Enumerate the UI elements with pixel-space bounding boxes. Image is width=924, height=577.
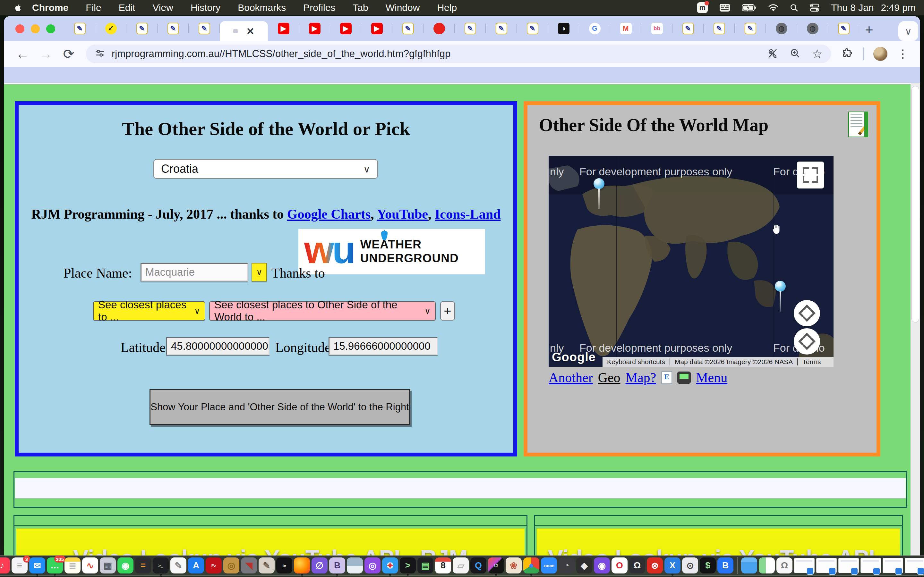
- place-name-dropdown-button[interactable]: ∨: [252, 263, 267, 282]
- google-map[interactable]: nly For development purposes only For de…: [549, 156, 834, 367]
- menu-chrome[interactable]: Chrome: [23, 2, 77, 13]
- address-bar[interactable]: rjmprogramming.com.au//HTMLCSS/other_sid…: [86, 45, 831, 63]
- map-fullscreen-button[interactable]: [797, 161, 824, 189]
- dock-terminal-3-icon[interactable]: ▤: [417, 558, 433, 574]
- reload-button[interactable]: ⟳: [58, 46, 79, 62]
- dock-opera-icon[interactable]: O: [612, 558, 628, 574]
- chrome-menu-icon[interactable]: ⋮: [897, 47, 912, 61]
- tab-rjm[interactable]: ✎: [735, 16, 766, 41]
- url-text[interactable]: rjmprogramming.com.au//HTMLCSS/other_sid…: [111, 48, 767, 60]
- dock-reminders-icon[interactable]: ≡3: [11, 558, 27, 574]
- tab-rjm[interactable]: ✎: [517, 16, 548, 41]
- map-pan-control-upper[interactable]: [794, 300, 820, 326]
- close-window-button[interactable]: [15, 24, 24, 33]
- dock-quicktime-icon[interactable]: Q: [470, 558, 486, 574]
- minimized-window-thumbnail[interactable]: [838, 558, 859, 573]
- minimize-window-button[interactable]: [31, 24, 40, 33]
- tab-check[interactable]: ✓: [95, 16, 126, 41]
- dock-paint-icon[interactable]: ❀: [506, 558, 522, 574]
- close-tab-icon[interactable]: ✕: [246, 26, 254, 37]
- menu-help[interactable]: Help: [428, 2, 465, 13]
- dock-textedit-icon[interactable]: ✎: [170, 558, 186, 574]
- menu-link[interactable]: Menu: [696, 370, 727, 385]
- dock-terminal-icon[interactable]: >_: [153, 558, 169, 574]
- scrollbar-thumb[interactable]: [911, 86, 919, 322]
- dock-facetime-icon[interactable]: ◉: [118, 558, 134, 574]
- menubar-clock[interactable]: 2:49 pm: [881, 2, 916, 13]
- control-center-icon[interactable]: [810, 3, 819, 12]
- zoom-window-button[interactable]: [46, 24, 55, 33]
- dock-folder-downloads-icon[interactable]: [741, 558, 757, 574]
- tab-chrome[interactable]: ◍: [797, 16, 828, 41]
- menubar-app-icon[interactable]: m: [697, 2, 708, 13]
- dock-inkscape-icon[interactable]: ◆: [576, 558, 592, 574]
- dock-gold-app-icon[interactable]: ◎: [223, 558, 239, 574]
- tab-search-chevron[interactable]: ∨: [898, 21, 918, 41]
- terms-link[interactable]: Terms: [798, 358, 825, 366]
- tab-record[interactable]: [423, 16, 455, 41]
- map-marker-place[interactable]: [594, 178, 604, 189]
- country-select[interactable]: Croatia ∨: [153, 159, 378, 179]
- profile-avatar[interactable]: [873, 47, 887, 61]
- minimized-window-thumbnail[interactable]: [816, 558, 837, 573]
- tab-rjm[interactable]: ✎: [486, 16, 517, 41]
- add-button[interactable]: +: [440, 301, 455, 321]
- active-tab[interactable]: ✕: [220, 21, 268, 41]
- show-place-button[interactable]: Show Your Place and 'Other Side of the W…: [150, 389, 410, 425]
- tab-rjm[interactable]: ✎: [189, 16, 220, 41]
- dock-bbedit-icon[interactable]: B: [329, 558, 345, 574]
- dock-chrome-icon[interactable]: ●: [523, 558, 540, 574]
- minimized-window-thumbnail[interactable]: [794, 558, 814, 573]
- tab-rjm[interactable]: ✎: [64, 16, 95, 41]
- tab-rjm[interactable]: ✎: [393, 16, 423, 41]
- tab-youtube[interactable]: ▶: [330, 16, 361, 41]
- document-icon[interactable]: [661, 371, 672, 384]
- dock-music-icon[interactable]: ♪: [0, 558, 10, 574]
- dock-zoom-icon[interactable]: zoom: [541, 558, 557, 574]
- dock-compass-red-icon[interactable]: ⊗: [647, 558, 663, 574]
- keyboard-shortcuts-link[interactable]: Keyboard shortcuts: [603, 358, 670, 366]
- tab-rjm[interactable]: ✎: [455, 16, 486, 41]
- minimized-window-thumbnail[interactable]: [883, 558, 903, 573]
- wifi-icon[interactable]: [768, 4, 779, 11]
- dock-pages-icon[interactable]: ▱: [453, 558, 469, 574]
- longitude-input[interactable]: 15.96666000000000: [328, 337, 438, 355]
- dock-app-purple-icon[interactable]: ◉: [594, 558, 610, 574]
- dock-firefox-icon[interactable]: [294, 558, 310, 574]
- menu-window[interactable]: Window: [377, 2, 429, 13]
- extensions-puzzle-icon[interactable]: [841, 47, 853, 61]
- dock-xcode-icon[interactable]: X: [664, 558, 680, 574]
- icons-land-link[interactable]: Icons-Land: [435, 207, 501, 221]
- password-manager-off-icon[interactable]: [767, 47, 779, 60]
- dock-podcasts-icon[interactable]: ◎: [365, 558, 381, 574]
- dock-filezilla-icon[interactable]: Fz: [206, 558, 222, 574]
- dock-safari-icon[interactable]: ✦: [382, 558, 398, 574]
- dock-tv-icon[interactable]: tv: [276, 558, 292, 574]
- minimized-window-thumbnail[interactable]: [905, 558, 924, 573]
- new-tab-button[interactable]: +: [859, 22, 882, 41]
- tab-chrome[interactable]: ◍: [766, 16, 797, 41]
- menu-view[interactable]: View: [144, 2, 182, 13]
- back-button[interactable]: ←: [12, 46, 33, 61]
- tab-youtube[interactable]: ▶: [299, 16, 330, 41]
- latitude-input[interactable]: 45.80000000000000: [166, 337, 270, 355]
- dock-dial-icon[interactable]: ◔: [559, 558, 575, 574]
- notepad-edit-icon[interactable]: [848, 111, 868, 137]
- closest-places-other-side-select[interactable]: See closest places to Other Side of the …: [209, 301, 436, 321]
- tab-google[interactable]: G: [579, 16, 610, 41]
- dock-calculator-icon[interactable]: =: [135, 558, 151, 574]
- tab-youtube[interactable]: ▶: [268, 16, 299, 41]
- dock-preview-icon[interactable]: [347, 558, 363, 574]
- map-question-link[interactable]: Map?: [626, 370, 656, 385]
- tab-rjm[interactable]: ✎: [672, 16, 704, 41]
- menu-bookmarks[interactable]: Bookmarks: [229, 2, 294, 13]
- another-link[interactable]: Another: [549, 370, 593, 385]
- place-name-input[interactable]: Macquarie: [141, 263, 248, 282]
- dock-window-green-icon[interactable]: [759, 558, 775, 574]
- bookmark-star-icon[interactable]: ☆: [812, 47, 822, 61]
- gps-device-icon[interactable]: [677, 372, 691, 384]
- spotlight-search-icon[interactable]: [790, 3, 798, 12]
- minimized-window-thumbnail[interactable]: [861, 558, 881, 573]
- google-logo[interactable]: Google: [552, 350, 596, 364]
- dock-messages-icon[interactable]: …205: [47, 558, 63, 574]
